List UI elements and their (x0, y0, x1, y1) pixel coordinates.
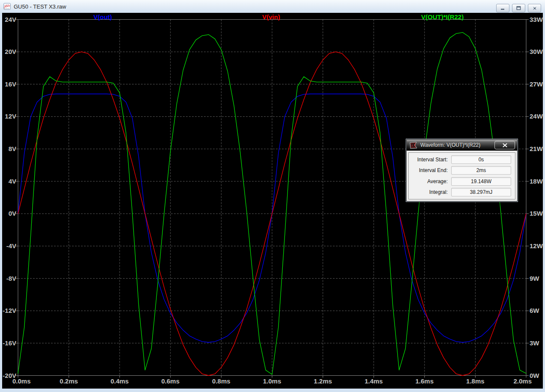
y-right-axis-label: 12W (530, 242, 543, 250)
lt-flag-icon: LT (409, 142, 418, 149)
y-right-axis-label: 9W (530, 275, 543, 282)
y-left-axis-label: -8V (2, 275, 16, 282)
x-axis-label: 0.8ms (208, 377, 234, 385)
close-x-icon (503, 143, 507, 147)
restore-icon (516, 6, 521, 10)
stat-row-interval-start: Interval Start: 0s (409, 155, 515, 164)
y-left-axis-label: 0V (2, 210, 16, 217)
waveform-stats-dialog: LT Waveform: V(OUT)*I(R22) Interval Star… (406, 139, 518, 202)
minimize-icon (500, 6, 505, 10)
y-right-axis-label: 30W (530, 48, 543, 56)
y-right-axis-label: 18W (530, 178, 543, 185)
legend-power[interactable]: V(OUT)*I(R22) (421, 14, 464, 21)
y-right-axis-label: 33W (530, 16, 543, 24)
stat-label: Average: (409, 178, 448, 184)
waveform-file-icon (3, 3, 11, 10)
waveform-plot-area[interactable]: V(out) V(vin) V(OUT)*I(R22) LT Waveform:… (2, 13, 543, 389)
y-right-axis-label: 24W (530, 113, 543, 120)
x-axis-label: 0.0ms (12, 377, 38, 385)
x-axis-label: 0.2ms (56, 377, 82, 385)
y-left-axis-label: 24V (2, 16, 16, 24)
y-right-axis-label: 21W (530, 145, 543, 153)
x-axis-label: 1.2ms (310, 377, 336, 385)
y-right-axis-label: 6W (530, 307, 543, 315)
y-left-axis-label: 8V (2, 145, 16, 153)
y-left-axis-label: -16V (2, 339, 16, 347)
y-left-axis-label: -12V (2, 307, 16, 315)
stat-label: Interval End: (409, 167, 448, 173)
x-axis-label: 1.4ms (361, 377, 386, 385)
stat-row-interval-end: Interval End: 2ms (409, 166, 515, 175)
y-left-axis-label: -4V (2, 242, 16, 250)
y-right-axis-label: 15W (530, 210, 543, 217)
legend-vvin[interactable]: V(vin) (262, 14, 280, 21)
dialog-close-button[interactable] (494, 141, 515, 149)
stat-label: Integral: (409, 189, 448, 195)
stat-value-integral: 38.297mJ (451, 188, 511, 196)
svg-text:LT: LT (412, 144, 416, 147)
dialog-titlebar[interactable]: LT Waveform: V(OUT)*I(R22) (407, 140, 517, 151)
y-left-axis-label: 4V (2, 178, 16, 185)
legend-vout[interactable]: V(out) (93, 14, 112, 21)
x-axis-label: 0.4ms (107, 377, 132, 385)
restore-button[interactable] (512, 4, 525, 12)
stat-row-average: Average: 19.148W (409, 177, 515, 186)
x-axis-label: 1.0ms (259, 377, 285, 385)
stat-value-average: 19.148W (451, 177, 511, 186)
minimize-button[interactable] (496, 4, 509, 12)
close-icon (533, 6, 537, 10)
close-button[interactable] (528, 4, 541, 12)
x-axis-label: 1.8ms (462, 377, 488, 385)
x-axis-label: 1.6ms (412, 377, 437, 385)
y-right-axis-label: 27W (530, 80, 543, 88)
y-left-axis-label: 16V (2, 80, 16, 88)
y-left-axis-label: 20V (2, 48, 16, 56)
dialog-title: Waveform: V(OUT)*I(R22) (420, 142, 480, 148)
x-axis-label: 0.6ms (158, 377, 183, 385)
stat-value-interval-start: 0s (451, 155, 511, 164)
window-titlebar[interactable]: GU50 - TEST X3.raw (0, 0, 545, 13)
y-left-axis-label: 12V (2, 113, 16, 120)
y-right-axis-label: 3W (530, 339, 543, 347)
stat-label: Interval Start: (409, 157, 448, 163)
window-title: GU50 - TEST X3.raw (14, 3, 66, 10)
stat-value-interval-end: 2ms (451, 166, 511, 175)
stat-row-integral: Integral: 38.297mJ (409, 187, 515, 197)
x-axis-label: 2.0ms (506, 377, 532, 385)
ltspice-window: GU50 - TEST X3.raw V(out) (0, 0, 545, 392)
dialog-body: Interval Start: 0s Interval End: 2ms Ave… (408, 152, 515, 199)
